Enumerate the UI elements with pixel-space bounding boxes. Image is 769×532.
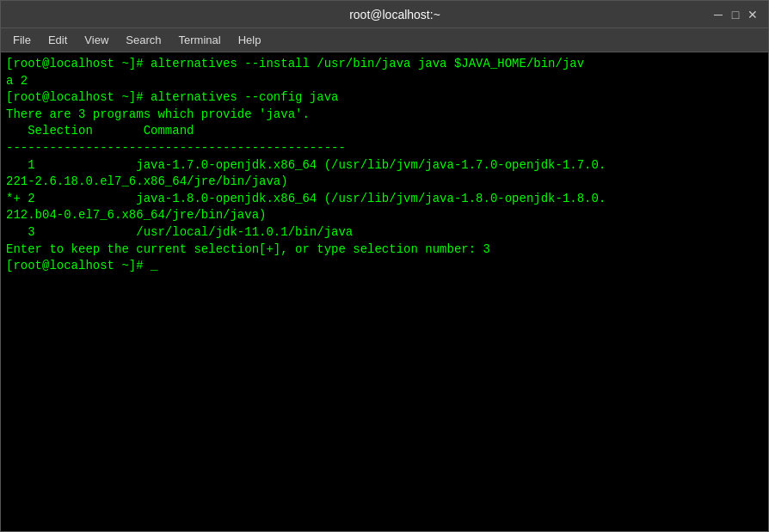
menu-terminal[interactable]: Terminal (170, 31, 230, 49)
terminal-line-5: There are 3 programs which provide 'java… (6, 107, 763, 124)
window-controls: ─ □ ✕ (711, 8, 760, 21)
menu-view[interactable]: View (76, 31, 117, 49)
terminal-line-3: [root@localhost ~]# alternatives --confi… (6, 89, 763, 107)
terminal-line-16: [root@localhost ~]# _ (6, 258, 763, 275)
terminal-line-9: 1 java-1.7.0-openjdk.x86_64 (/usr/lib/jv… (6, 157, 763, 174)
terminal-line-2: a 2 (6, 73, 763, 90)
minimize-button[interactable]: ─ (711, 8, 725, 21)
terminal-line-13: 3 /usr/local/jdk-11.0.1/bin/java (6, 224, 763, 242)
titlebar: root@localhost:~ ─ □ ✕ (1, 1, 768, 28)
terminal-line-8: ----------------------------------------… (6, 140, 763, 157)
terminal-line-10: 221-2.6.18.0.el7_6.x86_64/jre/bin/java) (6, 174, 763, 191)
close-button[interactable]: ✕ (746, 8, 760, 21)
terminal-line-7: Selection Command (6, 123, 763, 140)
menu-search[interactable]: Search (117, 31, 169, 49)
terminal-line-12: 212.b04-0.el7_6.x86_64/jre/bin/java) (6, 207, 763, 224)
menu-file[interactable]: File (4, 31, 40, 49)
window-title: root@localhost:~ (78, 8, 711, 21)
menubar: File Edit View Search Terminal Help (1, 28, 768, 52)
maximize-button[interactable]: □ (729, 8, 742, 21)
terminal-line-1: [root@localhost ~]# alternatives --insta… (6, 56, 763, 73)
terminal-window: root@localhost:~ ─ □ ✕ File Edit View Se… (0, 0, 769, 532)
menu-edit[interactable]: Edit (40, 31, 76, 49)
menu-help[interactable]: Help (230, 31, 270, 49)
terminal-line-11: *+ 2 java-1.8.0-openjdk.x86_64 (/usr/lib… (6, 191, 763, 208)
terminal-line-15: Enter to keep the current selection[+], … (6, 242, 763, 259)
terminal-body[interactable]: [root@localhost ~]# alternatives --insta… (1, 52, 768, 531)
